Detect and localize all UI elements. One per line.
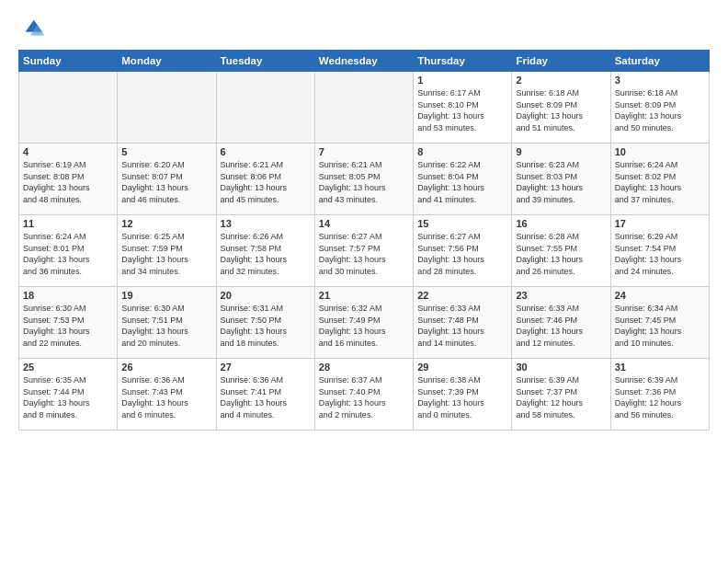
calendar-cell: 18Sunrise: 6:30 AM Sunset: 7:53 PM Dayli… bbox=[19, 287, 118, 359]
weekday-tuesday: Tuesday bbox=[216, 51, 314, 72]
day-number: 22 bbox=[417, 290, 507, 301]
cell-info: Sunrise: 6:20 AM Sunset: 8:07 PM Dayligh… bbox=[121, 159, 211, 205]
calendar-cell bbox=[19, 72, 118, 144]
calendar-cell: 31Sunrise: 6:39 AM Sunset: 7:36 PM Dayli… bbox=[610, 359, 709, 431]
calendar-cell: 7Sunrise: 6:21 AM Sunset: 8:05 PM Daylig… bbox=[314, 144, 413, 215]
cell-info: Sunrise: 6:34 AM Sunset: 7:45 PM Dayligh… bbox=[615, 303, 705, 349]
calendar-row-4: 18Sunrise: 6:30 AM Sunset: 7:53 PM Dayli… bbox=[19, 287, 710, 359]
cell-info: Sunrise: 6:17 AM Sunset: 8:10 PM Dayligh… bbox=[417, 87, 507, 133]
day-number: 11 bbox=[23, 218, 113, 229]
cell-info: Sunrise: 6:36 AM Sunset: 7:41 PM Dayligh… bbox=[221, 374, 311, 420]
cell-info: Sunrise: 6:27 AM Sunset: 7:57 PM Dayligh… bbox=[319, 231, 409, 277]
calendar-cell: 3Sunrise: 6:18 AM Sunset: 8:09 PM Daylig… bbox=[610, 72, 709, 144]
calendar-cell: 24Sunrise: 6:34 AM Sunset: 7:45 PM Dayli… bbox=[610, 287, 709, 359]
day-number: 25 bbox=[23, 362, 113, 373]
logo bbox=[18, 17, 48, 42]
calendar-cell: 4Sunrise: 6:19 AM Sunset: 8:08 PM Daylig… bbox=[19, 144, 118, 215]
day-number: 14 bbox=[319, 218, 409, 229]
calendar-cell: 8Sunrise: 6:22 AM Sunset: 8:04 PM Daylig… bbox=[414, 144, 512, 215]
weekday-sunday: Sunday bbox=[19, 51, 118, 72]
calendar-row-1: 1Sunrise: 6:17 AM Sunset: 8:10 PM Daylig… bbox=[19, 72, 710, 144]
cell-info: Sunrise: 6:39 AM Sunset: 7:37 PM Dayligh… bbox=[516, 374, 606, 420]
cell-info: Sunrise: 6:30 AM Sunset: 7:51 PM Dayligh… bbox=[121, 303, 211, 349]
cell-info: Sunrise: 6:24 AM Sunset: 8:01 PM Dayligh… bbox=[23, 231, 113, 277]
day-number: 26 bbox=[121, 362, 211, 373]
calendar-cell: 26Sunrise: 6:36 AM Sunset: 7:43 PM Dayli… bbox=[118, 359, 216, 431]
calendar-cell: 9Sunrise: 6:23 AM Sunset: 8:03 PM Daylig… bbox=[512, 144, 610, 215]
day-number: 2 bbox=[516, 75, 606, 86]
calendar-cell: 23Sunrise: 6:33 AM Sunset: 7:46 PM Dayli… bbox=[512, 287, 610, 359]
day-number: 5 bbox=[121, 146, 211, 157]
weekday-thursday: Thursday bbox=[414, 51, 512, 72]
day-number: 23 bbox=[516, 290, 606, 301]
day-number: 16 bbox=[516, 218, 606, 229]
calendar-cell: 12Sunrise: 6:25 AM Sunset: 7:59 PM Dayli… bbox=[118, 215, 216, 287]
cell-info: Sunrise: 6:25 AM Sunset: 7:59 PM Dayligh… bbox=[121, 231, 211, 277]
cell-info: Sunrise: 6:30 AM Sunset: 7:53 PM Dayligh… bbox=[23, 303, 113, 349]
calendar-cell: 20Sunrise: 6:31 AM Sunset: 7:50 PM Dayli… bbox=[216, 287, 314, 359]
calendar-cell: 22Sunrise: 6:33 AM Sunset: 7:48 PM Dayli… bbox=[414, 287, 512, 359]
calendar-cell: 2Sunrise: 6:18 AM Sunset: 8:09 PM Daylig… bbox=[512, 72, 610, 144]
cell-info: Sunrise: 6:38 AM Sunset: 7:39 PM Dayligh… bbox=[417, 374, 507, 420]
day-number: 3 bbox=[615, 75, 705, 86]
cell-info: Sunrise: 6:33 AM Sunset: 7:48 PM Dayligh… bbox=[417, 303, 507, 349]
cell-info: Sunrise: 6:19 AM Sunset: 8:08 PM Dayligh… bbox=[23, 159, 113, 205]
calendar-cell: 6Sunrise: 6:21 AM Sunset: 8:06 PM Daylig… bbox=[216, 144, 314, 215]
day-number: 1 bbox=[417, 75, 507, 86]
calendar-cell: 25Sunrise: 6:35 AM Sunset: 7:44 PM Dayli… bbox=[19, 359, 118, 431]
cell-info: Sunrise: 6:18 AM Sunset: 8:09 PM Dayligh… bbox=[615, 87, 705, 133]
cell-info: Sunrise: 6:39 AM Sunset: 7:36 PM Dayligh… bbox=[615, 374, 705, 420]
cell-info: Sunrise: 6:26 AM Sunset: 7:58 PM Dayligh… bbox=[221, 231, 311, 277]
cell-info: Sunrise: 6:32 AM Sunset: 7:49 PM Dayligh… bbox=[319, 303, 409, 349]
calendar-cell: 29Sunrise: 6:38 AM Sunset: 7:39 PM Dayli… bbox=[414, 359, 512, 431]
cell-info: Sunrise: 6:28 AM Sunset: 7:55 PM Dayligh… bbox=[516, 231, 606, 277]
cell-info: Sunrise: 6:31 AM Sunset: 7:50 PM Dayligh… bbox=[221, 303, 311, 349]
cell-info: Sunrise: 6:37 AM Sunset: 7:40 PM Dayligh… bbox=[319, 374, 409, 420]
day-number: 21 bbox=[319, 290, 409, 301]
cell-info: Sunrise: 6:18 AM Sunset: 8:09 PM Dayligh… bbox=[516, 87, 606, 133]
day-number: 9 bbox=[516, 146, 606, 157]
cell-info: Sunrise: 6:24 AM Sunset: 8:02 PM Dayligh… bbox=[615, 159, 705, 205]
day-number: 30 bbox=[516, 362, 606, 373]
cell-info: Sunrise: 6:22 AM Sunset: 8:04 PM Dayligh… bbox=[417, 159, 507, 205]
day-number: 12 bbox=[121, 218, 211, 229]
calendar-cell: 16Sunrise: 6:28 AM Sunset: 7:55 PM Dayli… bbox=[512, 215, 610, 287]
weekday-header-row: SundayMondayTuesdayWednesdayThursdayFrid… bbox=[19, 51, 710, 72]
day-number: 28 bbox=[319, 362, 409, 373]
day-number: 15 bbox=[417, 218, 507, 229]
calendar-cell: 5Sunrise: 6:20 AM Sunset: 8:07 PM Daylig… bbox=[118, 144, 216, 215]
weekday-friday: Friday bbox=[512, 51, 610, 72]
header bbox=[18, 17, 710, 42]
day-number: 7 bbox=[319, 146, 409, 157]
cell-info: Sunrise: 6:35 AM Sunset: 7:44 PM Dayligh… bbox=[23, 374, 113, 420]
day-number: 13 bbox=[221, 218, 311, 229]
calendar-cell: 15Sunrise: 6:27 AM Sunset: 7:56 PM Dayli… bbox=[414, 215, 512, 287]
cell-info: Sunrise: 6:33 AM Sunset: 7:46 PM Dayligh… bbox=[516, 303, 606, 349]
calendar-cell bbox=[314, 72, 413, 144]
logo-icon bbox=[18, 17, 44, 42]
cell-info: Sunrise: 6:21 AM Sunset: 8:06 PM Dayligh… bbox=[221, 159, 311, 205]
day-number: 6 bbox=[221, 146, 311, 157]
weekday-saturday: Saturday bbox=[610, 51, 709, 72]
calendar-cell: 30Sunrise: 6:39 AM Sunset: 7:37 PM Dayli… bbox=[512, 359, 610, 431]
weekday-monday: Monday bbox=[118, 51, 216, 72]
cell-info: Sunrise: 6:21 AM Sunset: 8:05 PM Dayligh… bbox=[319, 159, 409, 205]
cell-info: Sunrise: 6:27 AM Sunset: 7:56 PM Dayligh… bbox=[417, 231, 507, 277]
day-number: 20 bbox=[221, 290, 311, 301]
calendar-cell: 11Sunrise: 6:24 AM Sunset: 8:01 PM Dayli… bbox=[19, 215, 118, 287]
calendar-cell: 13Sunrise: 6:26 AM Sunset: 7:58 PM Dayli… bbox=[216, 215, 314, 287]
calendar: SundayMondayTuesdayWednesdayThursdayFrid… bbox=[18, 50, 710, 431]
day-number: 18 bbox=[23, 290, 113, 301]
cell-info: Sunrise: 6:23 AM Sunset: 8:03 PM Dayligh… bbox=[516, 159, 606, 205]
cell-info: Sunrise: 6:29 AM Sunset: 7:54 PM Dayligh… bbox=[615, 231, 705, 277]
calendar-cell: 19Sunrise: 6:30 AM Sunset: 7:51 PM Dayli… bbox=[118, 287, 216, 359]
calendar-cell bbox=[216, 72, 314, 144]
calendar-cell: 14Sunrise: 6:27 AM Sunset: 7:57 PM Dayli… bbox=[314, 215, 413, 287]
weekday-wednesday: Wednesday bbox=[314, 51, 413, 72]
day-number: 17 bbox=[615, 218, 705, 229]
cell-info: Sunrise: 6:36 AM Sunset: 7:43 PM Dayligh… bbox=[121, 374, 211, 420]
calendar-cell: 21Sunrise: 6:32 AM Sunset: 7:49 PM Dayli… bbox=[314, 287, 413, 359]
day-number: 29 bbox=[417, 362, 507, 373]
day-number: 4 bbox=[23, 146, 113, 157]
calendar-cell bbox=[118, 72, 216, 144]
